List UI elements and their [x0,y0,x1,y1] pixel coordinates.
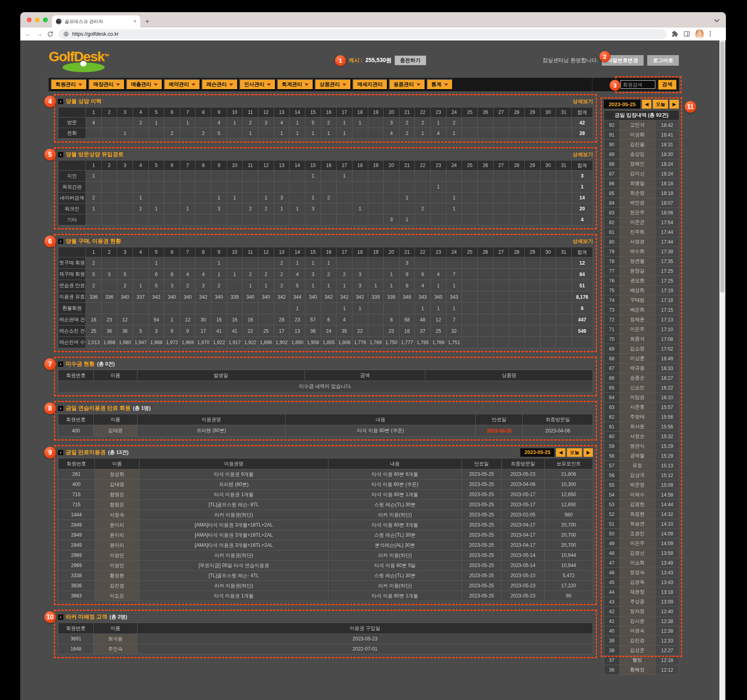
day-cell [462,171,478,182]
day-header-cell: 20 [384,107,399,118]
day-cell [180,257,195,269]
day-cell [321,214,337,225]
profile-avatar[interactable] [695,30,704,39]
detail-view-link[interactable]: 상세보기 [573,151,593,158]
section-header: › 금일 연습이용권 만료 회원 (총 1명) [58,403,593,413]
column-header: 만료일 [476,414,523,425]
day-cell: 4 [86,118,102,128]
nav-item-members[interactable]: 회원관리 [51,79,87,90]
entry-row: 50조경진14:09 [604,529,679,539]
sidebar-next-day-button[interactable]: ▶ [670,100,679,109]
nav-item-store[interactable]: 매장관리 [88,79,125,90]
entry-time: 15:13 [655,461,679,471]
day-cell: 1 [211,269,227,280]
address-bar[interactable]: https://golfdesk.co.kr [58,29,667,39]
day-cell [180,171,195,182]
entry-row: 36황혜정12:12 [604,665,679,675]
browser-tab[interactable]: 골프데스크 관리자 × [52,15,140,28]
table-cell: 타석 이용권 1개월 [140,490,328,500]
scrollbar-thumb[interactable] [720,41,724,293]
entry-time: 16:10 [655,393,679,402]
reload-icon[interactable] [47,31,54,37]
day-cell [180,193,195,203]
forward-icon[interactable]: → [36,30,42,37]
table-cell: 윤미리 [94,520,140,530]
logout-button[interactable]: 로그아웃 [647,55,679,66]
day-cell: 1,766 [431,337,446,348]
day-header-cell: 20 [384,247,399,257]
prev-day-button[interactable]: ◀ [556,448,565,457]
sidebar-date-display[interactable]: 2023-05-25 [604,100,640,109]
day-cell: 1 [384,280,399,291]
back-icon[interactable]: ← [25,30,31,37]
day-cell [227,128,243,139]
maximize-window-button[interactable] [43,17,48,22]
day-cell: 1 [446,128,462,139]
next-day-button[interactable]: ▶ [584,448,593,457]
table-cell: 2849 [58,520,95,530]
charge-button[interactable]: 충전하기 [395,56,426,65]
day-data-row: 첫구매 회원2112111312 [58,257,593,269]
expire-date-display[interactable]: 2023-05-25 [520,448,554,457]
close-window-button[interactable] [27,17,32,22]
entry-name: 김미선 [620,169,655,179]
nav-item-hr[interactable]: 인사관리 [239,79,276,90]
day-cell: 1 [211,257,227,269]
nav-item-product[interactable]: 상품관리 [315,79,351,90]
entry-time: 13:58 [655,548,679,558]
member-search-button[interactable]: 검색 [658,80,676,90]
new-tab-button[interactable]: + [145,17,149,26]
entry-row: 41김시윤12:38 [604,617,679,626]
day-cell: 1 [243,280,258,291]
day-cell [368,314,384,325]
tab-close-icon[interactable]: × [133,19,136,24]
consult-table: 1234567891011121314151617181920212223242… [58,107,593,139]
detail-view-link[interactable]: 상세보기 [573,238,593,245]
annotation-badge-10: 10 [44,611,56,623]
nav-item-reservation[interactable]: 예약관리 [164,79,200,90]
day-header-cell: 15 [305,161,321,171]
day-cell [117,203,133,214]
table-cell: 2849 [58,530,95,540]
day-cell: 1 [133,203,148,214]
member-search-input[interactable] [620,80,655,89]
nav-item-sales[interactable]: 매출관리 [126,79,163,90]
sidebar-prev-day-button[interactable]: ◀ [642,100,651,109]
minimize-window-button[interactable] [35,17,40,22]
entry-name: 최순영 [620,188,655,198]
day-cell [133,214,148,225]
day-cell: 16 [86,314,102,325]
today-button[interactable]: 오늘 [567,448,582,457]
day-header-cell: 30 [540,161,556,171]
day-data-row: 지인1113 [58,171,593,182]
day-cell [368,171,384,182]
nav-item-stats[interactable]: 통계 [427,79,453,90]
section-header: › 당월 상담 이력 상세보기 [58,96,593,106]
side-panel-icon[interactable] [683,30,690,37]
column-header: 내용 [285,414,476,425]
nav-item-goods[interactable]: 용품관리 [389,79,425,90]
day-header-cell: 11 [243,161,258,171]
day-cell [478,128,494,139]
sidebar-today-button[interactable]: 오늘 [653,100,668,109]
entry-number: 72 [604,315,620,325]
annotation-badge-7: 7 [44,358,56,370]
detail-view-link[interactable]: 상세보기 [573,98,593,105]
day-cell: 1,769 [368,337,384,348]
kebab-menu-icon[interactable] [709,30,712,37]
table-cell: 1444 [58,510,95,520]
day-cell: 3 [352,269,368,280]
tabs-chevron-icon[interactable] [714,17,719,22]
annotation-badge-9: 9 [44,447,56,458]
day-cell [101,171,117,182]
day-cell: 1,890 [290,337,305,348]
nav-item-message[interactable]: 메세지관리 [352,79,388,90]
day-header-cell: 1 [86,107,102,118]
day-header-cell: 15 [305,247,321,257]
table-cell: [TL]골프스윙 레슨- 4TL [140,571,328,581]
entry-number: 44 [604,587,620,597]
browser-window: 골프데스크 관리자 × + ← → https://golfdesk.co.kr… [20,12,726,700]
nav-item-lesson[interactable]: 레슨관리 [202,79,238,90]
nav-item-accounting[interactable]: 회계관리 [277,79,313,90]
extensions-puzzle-icon[interactable] [672,30,678,37]
